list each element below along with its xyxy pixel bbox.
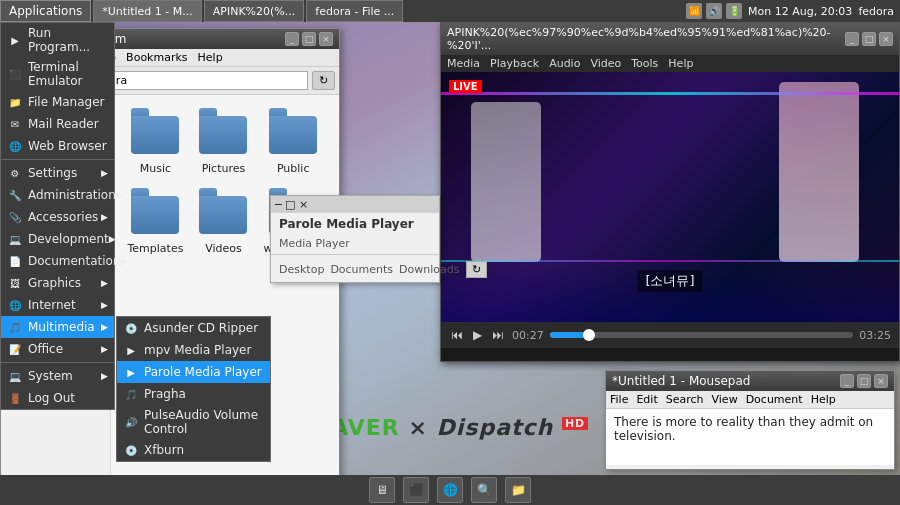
- media-player-close-btn[interactable]: ×: [879, 32, 893, 46]
- accessories-arrow-icon: ▶: [101, 212, 108, 222]
- menu-item-graphics-label: Graphics: [28, 276, 81, 290]
- mp-menu-playback[interactable]: Playback: [490, 57, 539, 70]
- bottom-btn-terminal[interactable]: ⬛: [403, 477, 429, 503]
- multimedia-icon: 🎵: [7, 319, 23, 335]
- mp-menu-help[interactable]: Help: [668, 57, 693, 70]
- mp-play-btn[interactable]: ▶: [471, 326, 484, 344]
- menu-item-administration[interactable]: 🔧 Administration ▶: [1, 184, 114, 206]
- mp-menu-audio[interactable]: Audio: [549, 57, 580, 70]
- office-icon: 📝: [7, 341, 23, 357]
- submenu-item-mpv[interactable]: ▶ mpv Media Player: [117, 339, 270, 361]
- fm-item-videos-label: Videos: [205, 242, 242, 255]
- music-folder-icon: [131, 111, 179, 159]
- mp-next-btn[interactable]: ⏭: [490, 326, 506, 344]
- neon-light-bottom: [441, 260, 899, 262]
- file-manager-minimize-btn[interactable]: _: [285, 32, 299, 46]
- mousepad-close-btn[interactable]: ×: [874, 374, 888, 388]
- menu-item-web-browser[interactable]: 🌐 Web Browser: [1, 135, 114, 157]
- mp2-menu-document[interactable]: Document: [746, 393, 803, 406]
- applications-button[interactable]: Applications: [0, 0, 91, 22]
- submenu-item-pulseaudio[interactable]: 🔊 PulseAudio Volume Control: [117, 405, 270, 439]
- menu-item-run-program[interactable]: ▶ Run Program...: [1, 23, 114, 57]
- taskbar-window-untitled[interactable]: *Untitled 1 - M...: [93, 0, 201, 22]
- administration-arrow-icon: ▶: [116, 190, 123, 200]
- file-manager-close-btn[interactable]: ×: [319, 32, 333, 46]
- taskbar-right: 📶 🔊 🔋 Mon 12 Aug, 20:03 fedora: [686, 3, 900, 19]
- submenu-item-parole[interactable]: ▶ Parole Media Player: [117, 361, 270, 383]
- mp2-menu-file[interactable]: File: [610, 393, 628, 406]
- submenu-item-asunder[interactable]: 💿 Asunder CD Ripper: [117, 317, 270, 339]
- media-player-maximize-btn[interactable]: □: [862, 32, 876, 46]
- media-player-controls: _ □ ×: [845, 32, 893, 46]
- menu-item-administration-label: Administration: [28, 188, 116, 202]
- file-manager-window-controls: _ □ ×: [285, 32, 333, 46]
- folder-shape: [199, 196, 247, 234]
- menu-item-run-program-label: Run Program...: [28, 26, 108, 54]
- menu-item-logout[interactable]: 🚪 Log Out: [1, 387, 114, 409]
- mousepad-window-controls: _ □ ×: [840, 374, 888, 388]
- menu-item-office[interactable]: 📝 Office ▶: [1, 338, 114, 360]
- hd-badge: HD: [562, 417, 588, 430]
- mp-menu-video[interactable]: Video: [590, 57, 621, 70]
- mousepad-titlebar: *Untitled 1 - Mousepad _ □ ×: [606, 371, 894, 391]
- folder-shape: [131, 196, 179, 234]
- logo-separator: ×: [408, 415, 436, 440]
- fm-menu-bookmarks[interactable]: Bookmarks: [126, 51, 187, 64]
- file-manager-maximize-btn[interactable]: □: [302, 32, 316, 46]
- fm-item-videos[interactable]: Videos: [195, 187, 251, 259]
- bottom-btn-browser[interactable]: 🌐: [437, 477, 463, 503]
- multimedia-submenu: 💿 Asunder CD Ripper ▶ mpv Media Player ▶…: [116, 316, 271, 462]
- fm-menu-help[interactable]: Help: [198, 51, 223, 64]
- fm-refresh-btn[interactable]: ↻: [312, 71, 335, 90]
- fm-item-music[interactable]: Music: [123, 107, 187, 179]
- menu-item-system[interactable]: 💻 System ▶: [1, 365, 114, 387]
- bottom-btn-display[interactable]: 🖥: [369, 477, 395, 503]
- neon-light-top: [441, 92, 899, 95]
- mp-menu-media[interactable]: Media: [447, 57, 480, 70]
- internet-arrow-icon: ▶: [101, 300, 108, 310]
- mp-menu-tools[interactable]: Tools: [631, 57, 658, 70]
- development-arrow-icon: ▶: [109, 234, 116, 244]
- mp-progress-bar[interactable]: [550, 332, 854, 338]
- mp2-menu-view[interactable]: View: [712, 393, 738, 406]
- parole-submenu-header: ─ □ ×: [271, 196, 439, 213]
- fm-item-pictures[interactable]: Pictures: [195, 107, 251, 179]
- menu-item-documentation[interactable]: 📄 Documentation ▶: [1, 250, 114, 272]
- submenu-item-pragha[interactable]: 🎵 Pragha: [117, 383, 270, 405]
- mp2-menu-edit[interactable]: Edit: [636, 393, 657, 406]
- taskbar-window-apink[interactable]: APINK%20(%...: [204, 0, 305, 22]
- menu-item-terminal[interactable]: ⬛ Terminal Emulator: [1, 57, 114, 91]
- menu-item-mail[interactable]: ✉ Mail Reader: [1, 113, 114, 135]
- fm-item-public[interactable]: Public: [259, 107, 327, 179]
- fm-path-bar[interactable]: fedora: [87, 71, 309, 90]
- mp-prev-btn[interactable]: ⏮: [449, 326, 465, 344]
- fm-item-templates[interactable]: Templates: [123, 187, 187, 259]
- mp-progress-thumb: [583, 329, 595, 341]
- menu-item-multimedia[interactable]: 🎵 Multimedia ▶ 💿 Asunder CD Ripper ▶ mpv…: [1, 316, 114, 338]
- mp2-menu-search[interactable]: Search: [666, 393, 704, 406]
- media-player-minimize-btn[interactable]: _: [845, 32, 859, 46]
- menu-item-graphics[interactable]: 🖼 Graphics ▶: [1, 272, 114, 294]
- mousepad-content[interactable]: There is more to reality than they admit…: [606, 409, 894, 465]
- parole-nav-refresh-btn[interactable]: ↻: [466, 261, 487, 278]
- parole-icon: ▶: [123, 364, 139, 380]
- bottom-btn-search[interactable]: 🔍: [471, 477, 497, 503]
- menu-item-file-manager[interactable]: 📁 File Manager: [1, 91, 114, 113]
- mousepad-menubar: File Edit Search View Document Help: [606, 391, 894, 409]
- mp-current-time: 00:27: [512, 329, 544, 342]
- submenu-item-asunder-label: Asunder CD Ripper: [144, 321, 258, 335]
- menu-item-accessories[interactable]: 📎 Accessories ▶: [1, 206, 114, 228]
- mp2-menu-help[interactable]: Help: [811, 393, 836, 406]
- menu-item-file-manager-label: File Manager: [28, 95, 105, 109]
- submenu-item-xfburn[interactable]: 💿 Xfburn: [117, 439, 270, 461]
- development-icon: 💻: [7, 231, 23, 247]
- menu-item-settings[interactable]: ⚙ Settings ▶: [1, 162, 114, 184]
- menu-item-development[interactable]: 💻 Development ▶: [1, 228, 114, 250]
- parole-submenu-subtitle: Media Player: [271, 235, 439, 252]
- menu-item-logout-label: Log Out: [28, 391, 75, 405]
- mousepad-maximize-btn[interactable]: □: [857, 374, 871, 388]
- bottom-btn-files[interactable]: 📁: [505, 477, 531, 503]
- taskbar-window-fedora[interactable]: fedora - File ...: [306, 0, 403, 22]
- menu-item-internet[interactable]: 🌐 Internet ▶: [1, 294, 114, 316]
- mousepad-minimize-btn[interactable]: _: [840, 374, 854, 388]
